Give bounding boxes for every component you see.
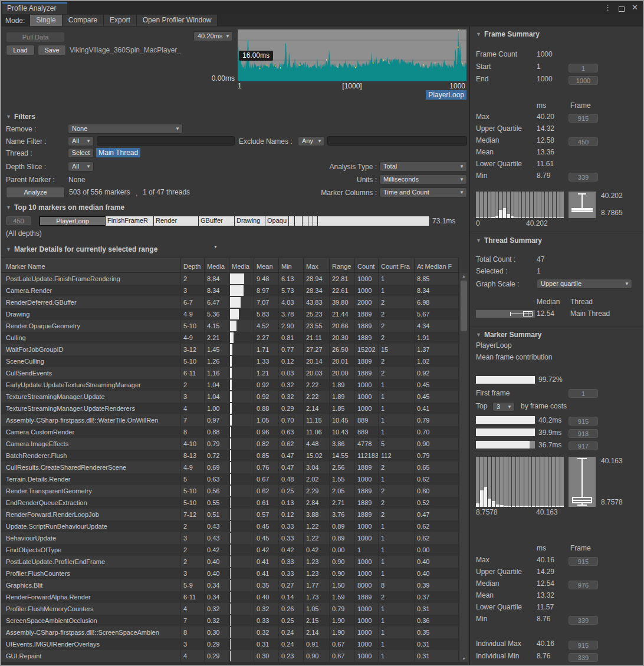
column-header-at-median-f[interactable]: At Median F <box>415 258 459 272</box>
remove-dropdown[interactable]: None▼ <box>68 124 183 134</box>
top10-segment[interactable] <box>295 216 303 226</box>
table-row[interactable]: FindObjectsOfType20.420.420.420.420.0011… <box>1 544 459 556</box>
goto-frame-button[interactable]: 1 <box>569 64 598 72</box>
top10-segment[interactable]: Opaqu <box>265 216 289 226</box>
save-button[interactable]: Save <box>38 45 66 55</box>
top10-segment[interactable] <box>313 216 318 226</box>
goto-frame-button[interactable]: 339 <box>569 616 598 625</box>
name-filter-input[interactable] <box>97 136 235 146</box>
tab-profile-analyzer[interactable]: Profile Analyzer <box>2 2 67 14</box>
table-row[interactable]: GUI.Repaint40.290.300.230.900.67100010.3… <box>1 650 459 662</box>
top10-segment[interactable] <box>308 216 313 226</box>
table-row[interactable]: Drawing4-95.365.833.7825.2321.44188925.6… <box>1 308 459 320</box>
table-row[interactable]: Graphics.Blit5-90.340.350.271.771.508000… <box>1 579 459 591</box>
units-dropdown[interactable]: Milliseconds▼ <box>379 174 467 184</box>
mode-single-button[interactable]: Single <box>29 15 62 26</box>
table-row[interactable]: WaitForJobGroupID3-121.451.710.7727.2726… <box>1 344 459 355</box>
close-icon[interactable]: ✕ <box>632 2 638 13</box>
column-header-max[interactable]: Max <box>304 258 330 272</box>
goto-frame-button[interactable]: 915 <box>569 114 598 123</box>
column-header-marker-name[interactable]: Marker Name <box>1 258 181 272</box>
table-row[interactable]: RenderDeferred.GBuffer6-76.477.074.0343.… <box>1 296 459 308</box>
table-row[interactable]: RenderForwardAlpha.Render6-110.340.400.1… <box>1 591 459 603</box>
mode-compare-button[interactable]: Compare <box>63 15 104 26</box>
goto-frame-button[interactable]: 450 <box>569 137 598 146</box>
table-row[interactable]: Terrain.Details.Render50.630.670.482.021… <box>1 473 459 485</box>
name-filter-mode-dropdown[interactable]: All▼ <box>68 136 94 146</box>
top10-segment[interactable]: Drawing <box>235 216 265 226</box>
table-row[interactable]: Assembly-CSharp-firstpass.dll!::ScreenSp… <box>1 627 459 638</box>
details-table-header[interactable]: Marker NameDepthMediaMediaMeanMinMaxRang… <box>1 258 459 273</box>
thread-summary-header[interactable]: ▼Thread Summary <box>476 236 542 245</box>
marker-columns-dropdown[interactable]: Time and Count▼ <box>379 187 467 197</box>
exclude-mode-dropdown[interactable]: Any▼ <box>298 136 325 146</box>
column-header-count-fra[interactable]: Count Fra <box>379 258 415 272</box>
table-row[interactable]: Render.TransparentGeometry5-100.560.620.… <box>1 485 459 497</box>
table-row[interactable]: CullResults.CreateSharedRendererScene4-9… <box>1 461 459 473</box>
top10-segment[interactable] <box>318 216 428 226</box>
graph-scale-dropdown[interactable]: 40.20ms▼ <box>193 31 233 41</box>
maximize-icon[interactable] <box>619 6 625 12</box>
goto-frame-button[interactable]: 917 <box>569 441 598 450</box>
table-row[interactable]: PostLateUpdate.ProfilerEndFrame20.400.41… <box>1 556 459 568</box>
thread-select-button[interactable]: Select <box>68 148 94 158</box>
goto-frame-button[interactable]: 339 <box>569 653 598 662</box>
goto-frame-button[interactable]: 339 <box>569 173 598 182</box>
goto-frame-button[interactable]: 915 <box>569 641 598 649</box>
scrollbar-thumb[interactable] <box>461 281 467 331</box>
table-row[interactable]: TextureStreamingManager.UpdateRenderers4… <box>1 403 459 414</box>
table-row[interactable]: PostLateUpdate.FinishFrameRendering28.84… <box>1 273 459 285</box>
top-n-dropdown[interactable]: 3▼ <box>492 402 515 411</box>
selected-marker-chip[interactable]: PlayerLoop <box>426 90 466 100</box>
top10-segment[interactable]: GBuffer <box>199 216 235 226</box>
open-profiler-window-button[interactable]: Open Profiler Window <box>137 15 218 26</box>
thread-selection-chip[interactable]: Main Thread <box>96 148 140 157</box>
thread-row[interactable]: 12.54 Main Thread <box>470 309 643 321</box>
goto-frame-button[interactable]: 1000 <box>569 76 598 85</box>
marker-details-header[interactable]: ▼Marker Details for currently selected r… <box>6 245 157 253</box>
top10-marker-bar[interactable]: PlayerLoopFinishFrameRRenderGBufferDrawi… <box>39 216 430 226</box>
analyze-button[interactable]: Analyze <box>6 187 65 198</box>
table-row[interactable]: UIEvents.IMGUIRenderOverlays30.290.310.2… <box>1 638 459 650</box>
top10-segment[interactable] <box>289 216 295 226</box>
table-row[interactable]: SceneCulling5-101.261.330.1220.1420.0118… <box>1 355 459 367</box>
top10-header[interactable]: ▼Top 10 markers on median frame <box>6 203 124 212</box>
table-row[interactable]: ScreenSpaceAmbientOcclusion70.320.330.25… <box>1 615 459 627</box>
table-row[interactable]: Assembly-CSharp-firstpass.dll!::WaterTil… <box>1 414 459 426</box>
frame-summary-header[interactable]: ▼Frame Summary <box>476 30 540 38</box>
load-button[interactable]: Load <box>6 45 35 55</box>
table-row[interactable]: Render.OpaqueGeometry5-104.154.522.9023.… <box>1 320 459 332</box>
table-row[interactable]: Camera.ImageEffects4-100.790.820.624.483… <box>1 438 459 450</box>
table-row[interactable]: Camera.CustomRender80.880.960.6311.0610.… <box>1 426 459 438</box>
table-row[interactable]: EarlyUpdate.UpdateTextureStreamingManage… <box>1 379 459 391</box>
scroll-up-icon[interactable]: ▲ <box>460 274 468 278</box>
table-row[interactable]: Profiler.FlushMemoryCounters40.320.320.2… <box>1 603 459 615</box>
table-row[interactable]: TextureStreamingManager.Update31.040.920… <box>1 391 459 403</box>
marker-summary-header[interactable]: ▼Marker Summary <box>476 331 541 339</box>
scroll-down-icon[interactable]: ▼ <box>460 657 468 661</box>
goto-frame-button[interactable]: 976 <box>569 581 598 589</box>
analysis-type-dropdown[interactable]: Total▼ <box>379 161 467 172</box>
kebab-menu-icon[interactable]: ⋮ <box>604 2 612 13</box>
column-header-count[interactable]: Count <box>355 258 379 272</box>
first-frame-button[interactable]: 1 <box>569 389 598 398</box>
table-row[interactable]: Profiler.FlushCounters30.400.410.331.230… <box>1 568 459 579</box>
column-header-mean[interactable]: Mean <box>254 258 279 272</box>
exclude-names-input[interactable] <box>327 136 467 146</box>
export-button[interactable]: Export <box>104 15 137 26</box>
column-header-range[interactable]: Range <box>330 258 355 272</box>
goto-frame-button[interactable]: 918 <box>569 429 598 438</box>
column-header-media[interactable]: Media <box>205 258 229 272</box>
details-vertical-scrollbar[interactable]: ▲ ▼ <box>460 273 468 662</box>
table-row[interactable]: CullSendEvents6-111.161.210.0320.0320.00… <box>1 367 459 379</box>
top10-segment[interactable]: Render <box>154 216 199 226</box>
filters-header[interactable]: ▼Filters <box>6 113 35 121</box>
pull-data-button[interactable]: Pull Data <box>6 32 65 42</box>
table-row[interactable]: RenderForward.RenderLoopJob7-120.510.570… <box>1 509 459 520</box>
goto-frame-button[interactable]: 915 <box>569 417 598 426</box>
table-row[interactable]: Update.ScriptRunBehaviourUpdate20.430.45… <box>1 520 459 532</box>
column-header-depth[interactable]: Depth <box>181 258 205 272</box>
column-header-media[interactable]: Media <box>229 258 254 272</box>
top10-segment[interactable]: FinishFrameR <box>106 216 154 226</box>
column-header-min[interactable]: Min <box>279 258 304 272</box>
